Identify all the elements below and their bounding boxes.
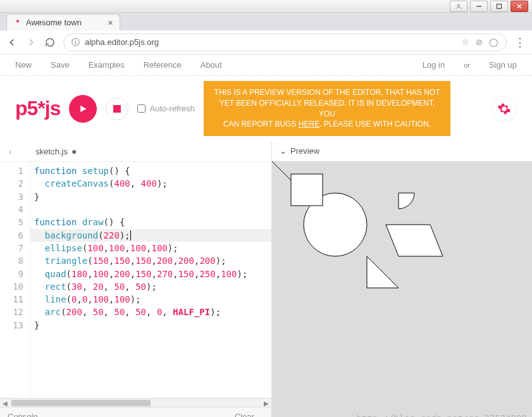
favicon-icon: * [13, 18, 22, 27]
nav-login[interactable]: Log in [423, 60, 445, 70]
back-icon[interactable] [6, 37, 18, 48]
editor-h-scrollbar[interactable]: ◀ ▶ [0, 398, 271, 407]
stop-icon [113, 105, 121, 113]
forward-icon [25, 37, 37, 48]
preview-collapse-icon[interactable]: ⌄ [280, 146, 287, 156]
svg-rect-2 [497, 4, 502, 8]
code-area[interactable]: function setup() { createCanvas(400, 400… [30, 162, 271, 398]
dirty-indicator: ● [71, 146, 77, 156]
line-gutter: 12345678910111213 [0, 162, 30, 398]
preview-label: Preview [290, 146, 319, 156]
svg-marker-8 [367, 256, 399, 288]
sidebar-toggle-icon[interactable]: › [9, 147, 11, 156]
nav-examples[interactable]: Examples [89, 60, 125, 70]
console-label[interactable]: Console [8, 412, 38, 417]
nav-save[interactable]: Save [51, 60, 70, 70]
console-collapse-icon[interactable]: ⌄ [257, 412, 264, 417]
settings-button[interactable] [492, 96, 517, 121]
url-text: alpha.editor.p5js.org [85, 37, 159, 47]
file-name[interactable]: sketch.js [35, 147, 68, 156]
nav-reference[interactable]: Reference [144, 60, 182, 70]
auto-refresh-toggle[interactable]: Auto-refresh [137, 104, 195, 113]
p5-logo: p5*js [15, 97, 60, 120]
banner-bugs-link[interactable]: HERE [299, 120, 319, 128]
svg-rect-7 [291, 174, 323, 206]
tab-close-icon[interactable]: × [108, 17, 113, 28]
extension1-icon[interactable]: ⊘ [476, 37, 483, 47]
scroll-right-icon[interactable]: ▶ [261, 399, 271, 408]
nav-signup[interactable]: Sign up [489, 60, 517, 70]
console-clear[interactable]: Clear [235, 412, 254, 417]
play-button[interactable] [69, 95, 97, 123]
os-maximize-button[interactable] [490, 1, 508, 12]
watermark: http://blog.csdn.net/qq_27534999 [356, 413, 527, 417]
scroll-thumb[interactable] [11, 400, 151, 406]
os-close-button[interactable] [510, 1, 528, 12]
site-info-icon[interactable]: ⓘ [71, 37, 80, 48]
reload-icon[interactable] [44, 37, 56, 48]
preview-canvas: http://blog.csdn.net/qq_27534999 [272, 161, 532, 417]
browser-tab[interactable]: * Awesome town × [6, 14, 120, 30]
extension2-icon[interactable]: ◯ [489, 37, 498, 47]
tab-title: Awesome town [26, 18, 82, 27]
svg-point-0 [457, 4, 459, 6]
auto-refresh-checkbox[interactable] [137, 104, 145, 113]
nav-new[interactable]: New [15, 60, 32, 70]
preview-banner: THIS IS A PREVIEW VERSION OF THE EDITOR,… [204, 81, 450, 136]
stop-button[interactable] [106, 97, 128, 120]
code-editor[interactable]: 12345678910111213 function setup() { cre… [0, 162, 271, 398]
nav-or: or [464, 61, 470, 69]
os-minimize-button[interactable] [470, 1, 488, 12]
scroll-left-icon[interactable]: ◀ [0, 399, 10, 408]
bookmark-star-icon[interactable]: ☆ [462, 37, 469, 47]
svg-marker-9 [386, 225, 443, 256]
browser-menu-icon[interactable]: ⋮ [514, 35, 526, 49]
auto-refresh-label: Auto-refresh [149, 104, 195, 113]
address-bar[interactable]: ⓘ alpha.editor.p5js.org ☆ ⊘ ◯ [63, 34, 507, 51]
os-user-icon[interactable] [450, 1, 467, 12]
nav-about[interactable]: About [201, 60, 222, 70]
